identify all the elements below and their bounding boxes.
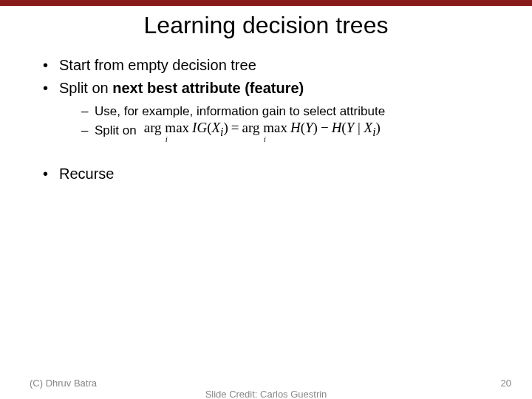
argmax1-text: arg max xyxy=(144,120,189,134)
h-1: H xyxy=(290,120,301,135)
bullet-split-pre: Split on xyxy=(59,80,112,96)
footer-page-number: 20 xyxy=(501,378,511,389)
formula-argmax-ig: arg max i IG(Xi) = arg max i xyxy=(144,120,381,143)
paren-close-3: ) xyxy=(376,120,381,135)
x-2: X xyxy=(364,120,373,135)
minus: − xyxy=(321,120,329,136)
bullet-recurse: Recurse xyxy=(43,164,502,184)
subbullet-split-on: Split on arg max i IG(Xi) = xyxy=(81,122,502,143)
h-2: H xyxy=(332,120,342,135)
y-2: Y xyxy=(347,120,355,135)
bullet-split-bold: next best attribute (feature) xyxy=(112,80,304,96)
paren-close-2: ) xyxy=(313,120,318,135)
slide-content: Start from empty decision tree Split on … xyxy=(0,55,532,184)
equals: = xyxy=(231,120,239,136)
cond-bar: | xyxy=(354,120,364,135)
bullet-list-level2: Use, for example, information gain to se… xyxy=(81,103,502,143)
top-accent-bar xyxy=(0,0,532,6)
subbullet-info-gain: Use, for example, information gain to se… xyxy=(81,103,502,120)
paren-close-1: ) xyxy=(224,120,228,135)
bullet-split-best: Split on next best attribute (feature) U… xyxy=(43,78,502,143)
subbullet-split-on-text: Split on xyxy=(95,122,137,140)
argmax1-sub: i xyxy=(166,135,168,143)
bullet-start-empty: Start from empty decision tree xyxy=(43,55,502,75)
y-1: Y xyxy=(305,120,313,135)
argmax2-sub: i xyxy=(264,135,266,143)
slide: Learning decision trees Start from empty… xyxy=(0,0,532,399)
ig-symbol: IG xyxy=(192,120,207,135)
slide-title: Learning decision trees xyxy=(0,12,532,39)
x-1: X xyxy=(211,120,220,135)
footer-slide-credit: Slide Credit: Carlos Guestrin xyxy=(0,389,532,399)
argmax2-text: arg max xyxy=(242,120,287,134)
bullet-list-level1: Start from empty decision tree Split on … xyxy=(43,55,502,184)
footer-copyright: (C) Dhruv Batra xyxy=(30,378,97,389)
argmax2: arg max i xyxy=(242,120,287,143)
argmax1: arg max i xyxy=(144,120,189,143)
